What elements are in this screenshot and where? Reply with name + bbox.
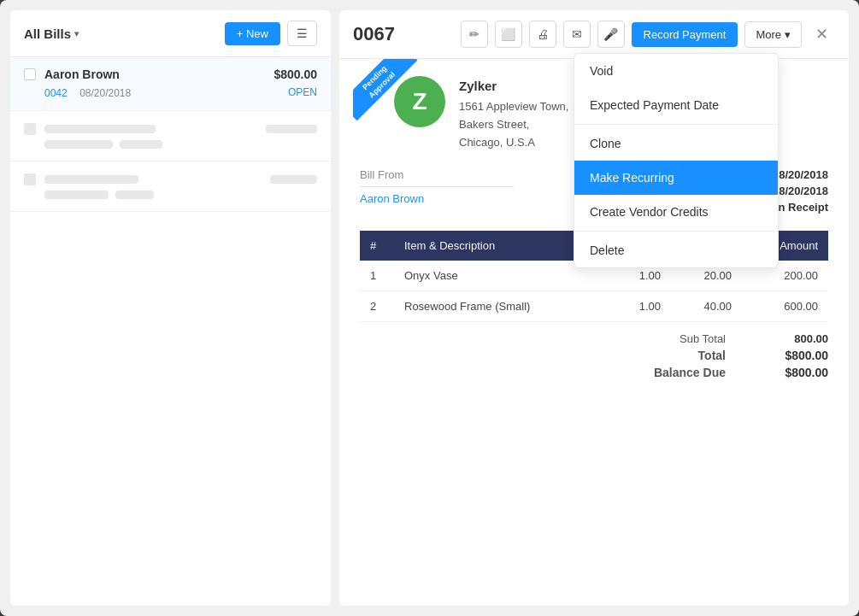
left-panel: All Bills ▾ + New ☰ Aaron Brown (10, 10, 331, 606)
skeleton-row-2 (24, 173, 317, 185)
subtotal-label: Sub Total (649, 332, 726, 345)
bill-id: 0042 (44, 87, 68, 99)
vendor-name: Zylker (459, 76, 568, 97)
totals-section: Sub Total 800.00 Total $800.00 Balance D… (360, 332, 828, 379)
pdf-icon: ⬜ (501, 27, 515, 41)
skeleton-bar-id-2 (44, 191, 109, 199)
menu-button[interactable]: ☰ (287, 21, 317, 46)
dropdown-item-void[interactable]: Void (574, 54, 778, 88)
total-label: Total (649, 349, 726, 362)
chevron-down-icon: ▾ (74, 29, 79, 38)
attach-icon: 🎤 (603, 27, 618, 41)
table-body: 1 Onyx Vase 1.00 20.00 200.00 2 Rosewood… (360, 261, 828, 322)
row2-amount: 600.00 (742, 291, 828, 322)
subtotal-row: Sub Total 800.00 (649, 332, 828, 345)
more-button[interactable]: More ▾ (744, 21, 802, 48)
subtotal-value: 800.00 (760, 332, 828, 345)
bill-status: OPEN (288, 86, 317, 98)
bill-from-vendor[interactable]: Aaron Brown (360, 192, 424, 205)
vendor-address-line1: 1561 Appleview Town, (459, 98, 568, 116)
left-panel-header: All Bills ▾ + New ☰ (10, 10, 331, 57)
bill-checkbox[interactable] (24, 68, 36, 80)
bill-amount: $800.00 (274, 67, 317, 81)
bill-list-item[interactable]: Aaron Brown $800.00 0042 08/20/2018 OPEN (10, 57, 331, 111)
close-button[interactable]: ✕ (809, 21, 835, 47)
header-toolbar: ✏ ⬜ 🖨 ✉ 🎤 Record Payment (461, 21, 835, 48)
new-button[interactable]: + New (225, 22, 280, 45)
skeleton-row (24, 123, 317, 135)
bill-item-left: Aaron Brown (24, 67, 120, 81)
vendor-address-line3: Chicago, U.S.A (459, 134, 568, 152)
skeleton-bar (44, 125, 156, 133)
skeleton-bar-2 (44, 175, 138, 184)
bill-from-divider (360, 186, 514, 187)
bill-meta: 0042 08/20/2018 (44, 85, 131, 100)
skeleton-bar-status (120, 140, 162, 149)
more-label: More (756, 28, 781, 41)
right-panel-header: 0067 ✏ ⬜ 🖨 ✉ 🎤 (339, 10, 849, 59)
all-bills-label: All Bills (24, 26, 71, 41)
total-row: Total $800.00 (649, 349, 828, 362)
ribbon: PendingApproval (353, 59, 418, 120)
record-payment-button[interactable]: Record Payment (632, 22, 738, 47)
print-icon: 🖨 (537, 27, 549, 41)
bill-date: 08/20/2018 (79, 87, 131, 99)
skeleton-bar-amount (266, 125, 317, 133)
menu-icon: ☰ (297, 26, 308, 40)
content-area: All Bills ▾ + New ☰ Aaron Brown (0, 0, 859, 616)
skeleton-bar-id (44, 140, 113, 149)
dropdown-item-make-recurring[interactable]: Make Recurring (574, 161, 778, 195)
skeleton-left (24, 123, 156, 135)
dropdown-divider-2 (574, 231, 778, 232)
dropdown-divider-1 (574, 124, 778, 125)
dropdown-menu: Void Expected Payment Date Clone Make Re… (574, 53, 779, 268)
skeleton-left-2 (24, 173, 138, 185)
right-panel: 0067 ✏ ⬜ 🖨 ✉ 🎤 (339, 10, 849, 606)
row2-num: 2 (360, 291, 394, 322)
vendor-info: Zylker 1561 Appleview Town, Bakers Stree… (459, 76, 568, 151)
skeleton-sub-2 (24, 191, 317, 199)
skeleton-sub (24, 140, 317, 149)
pdf-button[interactable]: ⬜ (495, 21, 522, 48)
col-num: # (360, 231, 394, 261)
skeleton-item-1 (10, 111, 331, 161)
skeleton-check (24, 123, 36, 135)
ribbon-wrap: PendingApproval (353, 59, 421, 127)
all-bills-dropdown[interactable]: All Bills ▾ (24, 26, 79, 41)
edit-button[interactable]: ✏ (461, 21, 488, 48)
row2-qty: 1.00 (609, 291, 671, 322)
skeleton-check-2 (24, 173, 36, 185)
left-header-actions: + New ☰ (225, 21, 317, 46)
bill-item-row1: Aaron Brown $800.00 (24, 67, 317, 81)
email-icon: ✉ (572, 27, 582, 41)
attach-button[interactable]: 🎤 (597, 21, 625, 48)
dropdown-item-clone[interactable]: Clone (574, 126, 778, 161)
dropdown-item-delete[interactable]: Delete (574, 233, 778, 267)
email-button[interactable]: ✉ (563, 21, 591, 48)
doc-number: 0067 (353, 23, 395, 45)
balance-due-value: $800.00 (760, 366, 828, 379)
row2-item: Rosewood Frame (Small) (394, 291, 609, 322)
bill-item-row2: 0042 08/20/2018 OPEN (24, 85, 317, 100)
bill-vendor-name: Aaron Brown (44, 67, 120, 81)
dropdown-item-create-vendor-credits[interactable]: Create Vendor Credits (574, 195, 778, 229)
row2-rate: 40.00 (671, 291, 742, 322)
balance-due-label: Balance Due (649, 366, 726, 379)
dropdown-item-expected-payment-date[interactable]: Expected Payment Date (574, 88, 778, 122)
row1-num: 1 (360, 261, 394, 291)
main-container: All Bills ▾ + New ☰ Aaron Brown (0, 0, 859, 616)
total-value: $800.00 (760, 349, 828, 362)
more-chevron-icon: ▾ (785, 28, 791, 41)
skeleton-bar-status-2 (115, 191, 154, 199)
vendor-address-line2: Bakers Street, (459, 116, 568, 134)
skeleton-bar-amount-2 (270, 175, 317, 184)
balance-due-row: Balance Due $800.00 (649, 366, 828, 379)
edit-icon: ✏ (469, 27, 480, 41)
table-row: 2 Rosewood Frame (Small) 1.00 40.00 600.… (360, 291, 828, 322)
print-button[interactable]: 🖨 (529, 21, 556, 48)
skeleton-item-2 (10, 161, 331, 212)
